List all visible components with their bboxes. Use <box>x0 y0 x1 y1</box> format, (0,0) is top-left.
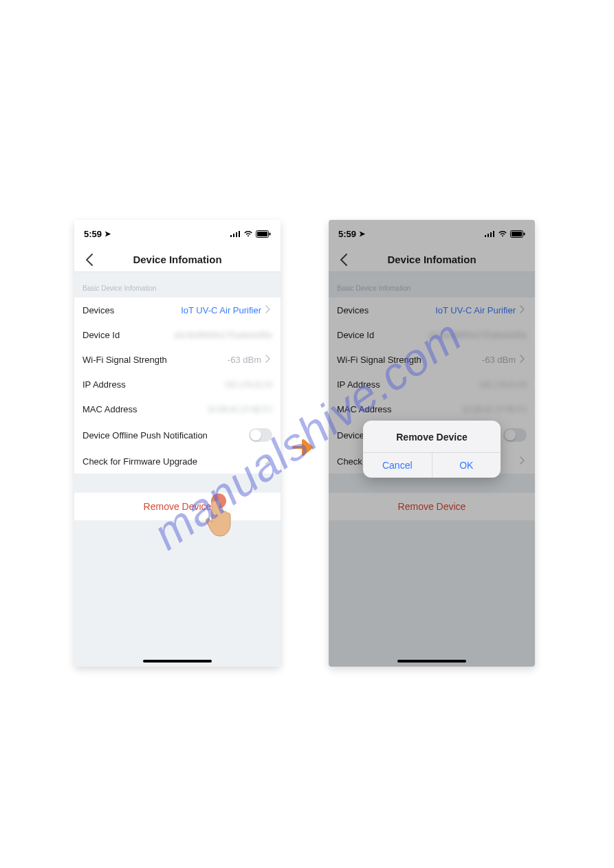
row-value-blurred: 192.178.01.03 <box>479 379 527 390</box>
row-value: IoT UV-C Air Purifier <box>435 305 516 315</box>
offline-push-toggle[interactable] <box>503 428 527 442</box>
chevron-left-icon <box>85 254 94 266</box>
row-wifi-strength[interactable]: Wi-Fi Signal Strength -63 dBm <box>329 347 535 372</box>
remove-device-button[interactable]: Remove Device <box>74 493 281 520</box>
offline-push-toggle[interactable] <box>249 428 272 442</box>
row-mac-address[interactable]: MAC Address 3A:5B:4C:07:9E:F2 <box>329 397 535 421</box>
signal-icon <box>230 230 241 237</box>
signal-icon <box>485 230 495 237</box>
battery-icon <box>256 230 271 238</box>
row-label: Wi-Fi Signal Strength <box>337 355 482 365</box>
section-header: Basic Device Infomation <box>329 272 535 298</box>
list-gap <box>74 474 281 493</box>
row-label: Check for Firmware Upgrade <box>83 456 261 467</box>
status-right-icons <box>230 230 271 238</box>
status-bar: 5:59 ➤ <box>329 220 535 247</box>
svg-rect-0 <box>230 235 232 237</box>
location-icon: ➤ <box>359 230 365 238</box>
row-label: IP Address <box>337 379 479 390</box>
row-wifi-strength[interactable]: Wi-Fi Signal Strength -63 dBm <box>74 347 281 372</box>
svg-rect-3 <box>239 231 240 237</box>
settings-list: Devices IoT UV-C Air Purifier Device Id … <box>74 298 281 474</box>
battery-icon <box>510 230 525 238</box>
row-label: Device Id <box>337 330 428 340</box>
row-value: -63 dBm <box>228 355 261 365</box>
row-label: IP Address <box>83 379 224 390</box>
row-label: Device Id <box>83 330 174 340</box>
dialog-title: Remove Device <box>363 421 501 452</box>
screenshot-pair: 5:59 ➤ Device Infomation Basic Device In… <box>74 220 535 667</box>
remove-device-dialog: Remove Device Cancel OK <box>363 421 501 478</box>
row-label: MAC Address <box>337 404 461 414</box>
status-time: 5:59 <box>338 229 356 239</box>
row-label: Devices <box>83 305 181 315</box>
svg-rect-13 <box>512 232 522 236</box>
chevron-right-icon <box>265 355 272 365</box>
svg-rect-6 <box>270 232 271 235</box>
svg-rect-14 <box>524 232 525 235</box>
wifi-icon <box>243 230 253 237</box>
chevron-right-icon <box>520 456 527 467</box>
svg-rect-9 <box>487 234 489 237</box>
status-time: 5:59 <box>84 229 102 239</box>
svg-rect-5 <box>257 232 267 236</box>
row-devices[interactable]: Devices IoT UV-C Air Purifier <box>329 298 535 322</box>
dialog-ok-button[interactable]: OK <box>432 453 501 478</box>
arrow-right-icon <box>281 438 329 457</box>
row-label: Device Offline Push Notification <box>83 430 249 441</box>
wifi-icon <box>498 230 507 237</box>
row-device-id[interactable]: Device Id a0c3b0f8f4f3e27f2a8e0e0f0e <box>329 322 535 347</box>
svg-rect-10 <box>490 232 492 237</box>
phone-right: 5:59 ➤ Device Infomation Basic Device In… <box>329 220 535 667</box>
chevron-right-icon <box>520 305 527 315</box>
row-label: MAC Address <box>83 404 207 414</box>
row-value-blurred: 3A:5B:4C:07:9E:F2 <box>207 404 272 414</box>
chevron-right-icon <box>520 355 527 365</box>
row-value-blurred: a0c3b0f8f4f3e27f2a8e0e0f0e <box>174 330 272 340</box>
row-value-blurred: a0c3b0f8f4f3e27f2a8e0e0f0e <box>428 330 527 340</box>
remove-device-button[interactable]: Remove Device <box>329 493 535 520</box>
svg-rect-11 <box>493 231 494 237</box>
row-label: Wi-Fi Signal Strength <box>83 355 228 365</box>
location-icon: ➤ <box>105 230 111 238</box>
status-bar: 5:59 ➤ <box>74 220 281 247</box>
row-value-blurred: 192.178.01.03 <box>224 379 272 390</box>
home-indicator <box>143 660 212 663</box>
svg-rect-1 <box>233 234 234 237</box>
row-mac-address[interactable]: MAC Address 3A:5B:4C:07:9E:F2 <box>74 397 281 421</box>
row-devices[interactable]: Devices IoT UV-C Air Purifier <box>74 298 281 322</box>
chevron-right-icon <box>265 305 272 315</box>
nav-bar: Device Infomation <box>74 247 281 272</box>
row-ip-address[interactable]: IP Address 192.178.01.03 <box>329 372 535 397</box>
page-title: Device Infomation <box>387 254 476 265</box>
back-button[interactable] <box>336 252 352 268</box>
chevron-left-icon <box>340 254 348 266</box>
phone-left: 5:59 ➤ Device Infomation Basic Device In… <box>74 220 281 667</box>
home-indicator <box>397 660 466 663</box>
row-value: IoT UV-C Air Purifier <box>181 305 261 315</box>
row-firmware-upgrade[interactable]: Check for Firmware Upgrade <box>74 449 281 474</box>
row-ip-address[interactable]: IP Address 192.178.01.03 <box>74 372 281 397</box>
chevron-right-icon <box>265 456 272 467</box>
row-device-id[interactable]: Device Id a0c3b0f8f4f3e27f2a8e0e0f0e <box>74 322 281 347</box>
status-right-icons <box>485 230 525 238</box>
row-value: -63 dBm <box>482 355 516 365</box>
row-offline-push: Device Offline Push Notification <box>74 421 281 449</box>
row-value-blurred: 3A:5B:4C:07:9E:F2 <box>461 404 527 414</box>
page-title: Device Infomation <box>133 254 221 265</box>
back-button[interactable] <box>81 252 98 268</box>
row-label: Devices <box>337 305 435 315</box>
dialog-cancel-button[interactable]: Cancel <box>363 453 432 478</box>
nav-bar: Device Infomation <box>329 247 535 272</box>
section-header: Basic Device Infomation <box>74 272 281 298</box>
svg-rect-2 <box>236 232 237 237</box>
svg-rect-8 <box>485 235 486 237</box>
